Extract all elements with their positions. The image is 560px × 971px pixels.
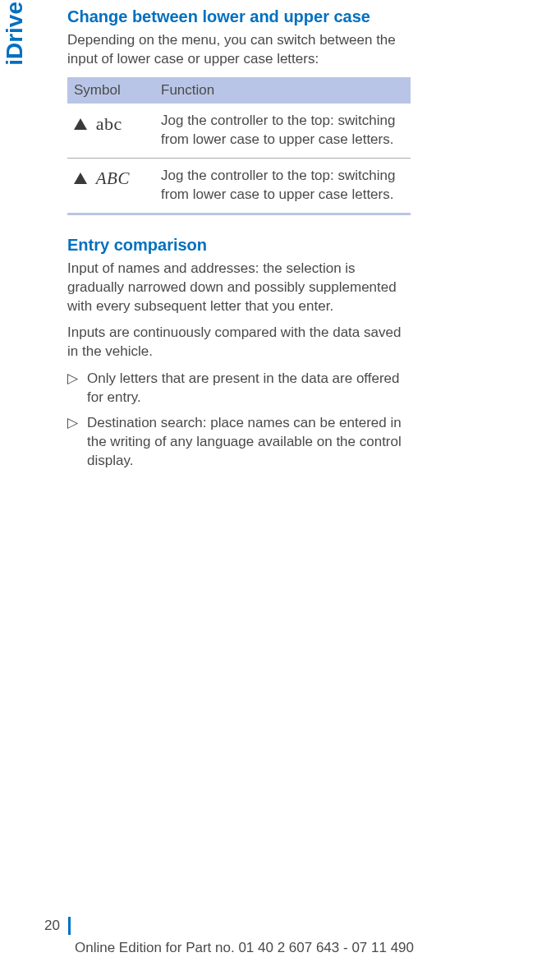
table-row: ABC Jog the controller to the top: switc… (67, 158, 411, 214)
entry-comparison-para2: Inputs are continuously compared with th… (67, 324, 411, 361)
bullet-marker-icon: ▷ (67, 370, 87, 407)
page-footer: 20 Online Edition for Part no. 01 40 2 6… (0, 917, 560, 956)
footer-edition-text: Online Edition for Part no. 01 40 2 607 … (44, 940, 560, 956)
symbol-cell-abc-lower: abc (67, 104, 154, 158)
intro-change-case: Depending on the menu, you can switch be… (67, 31, 411, 69)
heading-entry-comparison: Entry comparison (67, 235, 411, 255)
footer-divider (68, 917, 71, 935)
table-header-symbol: Symbol (67, 77, 154, 104)
list-item-text: Only letters that are present in the dat… (87, 370, 411, 407)
symbol-function-table: Symbol Function abc Jog the controller t… (67, 77, 411, 215)
symbol-cell-abc-upper: ABC (67, 158, 154, 214)
function-cell: Jog the controller to the top: switching… (154, 158, 411, 214)
abc-upper-label: ABC (96, 168, 130, 188)
page-number: 20 (44, 918, 60, 934)
bullet-marker-icon: ▷ (67, 414, 87, 471)
list-item: ▷ Only letters that are present in the d… (67, 370, 411, 407)
function-cell: Jog the controller to the top: switching… (154, 104, 411, 158)
side-section-label: iDrive (0, 0, 30, 67)
table-row: abc Jog the controller to the top: switc… (67, 104, 411, 158)
table-header-function: Function (154, 77, 411, 104)
triangle-up-icon (74, 173, 87, 184)
abc-lower-label: abc (96, 113, 122, 134)
list-item: ▷ Destination search: place names can be… (67, 414, 411, 471)
heading-change-case: Change between lower and upper case (67, 7, 411, 26)
triangle-up-icon (74, 118, 87, 130)
main-content: Change between lower and upper case Depe… (0, 0, 435, 471)
table-header-row: Symbol Function (67, 77, 411, 104)
list-item-text: Destination search: place names can be e… (87, 414, 411, 471)
entry-comparison-para1: Input of names and addresses: the select… (67, 260, 411, 316)
entry-comparison-list: ▷ Only letters that are present in the d… (67, 370, 411, 471)
